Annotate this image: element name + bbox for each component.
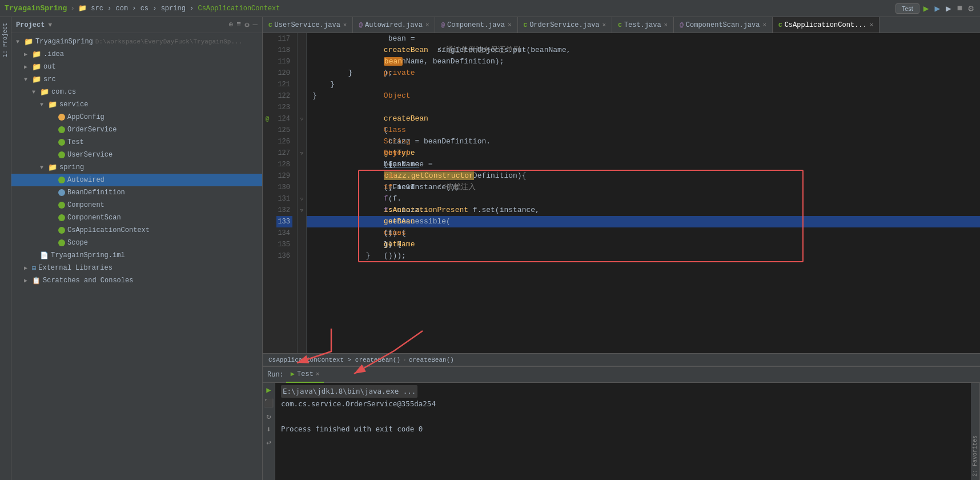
- tree-item-beandefinition[interactable]: BeanDefinition: [11, 186, 262, 199]
- sidebar-header: Project ▼ ⊕ ≡ ⚙ —: [11, 17, 262, 33]
- tab-close-icon[interactable]: ×: [343, 22, 347, 29]
- tree-item-extlibs[interactable]: ▶ ⊞ External Libraries: [11, 262, 262, 274]
- line-num-121: 121: [276, 79, 292, 90]
- fold-icon[interactable]: ▽: [300, 150, 303, 157]
- project-vtab[interactable]: 1: Project: [1, 19, 10, 61]
- tab-icon: @: [680, 22, 684, 29]
- favorites-vtab[interactable]: 2: Favorites: [971, 383, 980, 480]
- line-num-117: 117: [276, 33, 292, 45]
- fold-icon[interactable]: ▽: [300, 196, 303, 202]
- sidebar-scope-icon[interactable]: ⊕: [229, 20, 234, 30]
- fold-icon[interactable]: ▽: [300, 116, 303, 122]
- tab-componentscan[interactable]: @ ComponentScan.java ×: [674, 17, 773, 33]
- fold-cell-132[interactable]: ▽: [298, 205, 306, 216]
- tab-test[interactable]: C Test.java ×: [612, 17, 674, 33]
- gutter-cell: [263, 182, 272, 193]
- sidebar-title: Project: [16, 21, 45, 29]
- bottom-tab-test[interactable]: ▶ Test ×: [286, 367, 324, 383]
- settings-button[interactable]: ⚙: [966, 3, 975, 14]
- tree-item-spring[interactable]: ▼ 📁 spring: [11, 161, 262, 174]
- fold-cell-131[interactable]: ▽: [298, 193, 306, 205]
- tree-item-idea[interactable]: ▶ 📁 .idea: [11, 48, 262, 61]
- tree-item-iml[interactable]: 📄 TryagainSpring.iml: [11, 249, 262, 262]
- tree-item-label: Scope: [67, 239, 88, 247]
- gutter-cell: [263, 67, 272, 79]
- tab-icon: C: [618, 22, 622, 29]
- fold-cell-124[interactable]: ▽: [298, 113, 306, 125]
- tree-item-appconfig[interactable]: AppConfig: [11, 111, 262, 123]
- line-num-127: 127: [276, 147, 292, 159]
- tree-item-label: out: [43, 63, 56, 71]
- line-numbers: 117 118 119 120 121 122 123 124 125 126 …: [272, 33, 298, 353]
- tree-item-test[interactable]: Test: [11, 136, 262, 149]
- tree-item-path: D:\workspace\EveryDayFuck\TryagainSp...: [95, 38, 242, 45]
- sidebar-settings-icon[interactable]: ⚙: [244, 20, 249, 30]
- tab-close-icon[interactable]: ×: [425, 22, 429, 29]
- sidebar-layout-icon[interactable]: ≡: [236, 20, 241, 30]
- tab-userservice[interactable]: C UserService.java ×: [263, 17, 353, 33]
- tab-orderservice[interactable]: C OrderService.java ×: [518, 17, 613, 33]
- stop-button[interactable]: ■: [955, 3, 965, 14]
- tree-item-scratches[interactable]: ▶ 📋 Scratches and Consoles: [11, 274, 262, 287]
- tree-item-service[interactable]: ▼ 📁 service: [11, 98, 262, 111]
- fold-cell: [298, 239, 306, 250]
- tab-autowired[interactable]: @ Autowired.java ×: [353, 17, 435, 33]
- run-button[interactable]: ▶: [922, 3, 931, 14]
- tree-item-src[interactable]: ▼ 📁 src: [11, 73, 262, 86]
- stop-icon[interactable]: ⬛: [264, 398, 274, 408]
- rerun-icon[interactable]: ↻: [266, 411, 271, 421]
- run-icon[interactable]: ▶: [266, 385, 271, 395]
- fold-cell: [298, 136, 306, 147]
- tree-item-out[interactable]: ▶ 📁 out: [11, 61, 262, 73]
- line-num-122: 122: [276, 90, 292, 102]
- tree-item-scope[interactable]: Scope: [11, 237, 262, 249]
- bottom-tab-label: Test: [297, 370, 314, 378]
- tab-close-icon[interactable]: ×: [603, 22, 607, 29]
- tab-icon: C: [778, 22, 782, 29]
- debug-button[interactable]: ▶: [933, 3, 942, 14]
- tree-item-userservice[interactable]: UserService: [11, 149, 262, 161]
- tree-item-comcs[interactable]: ▼ 📁 com.cs: [11, 86, 262, 98]
- run-config-button[interactable]: Test: [895, 3, 919, 14]
- fold-gutter: ▽ ▽ ▽ ▽: [298, 33, 307, 353]
- tree-item-orderservice[interactable]: OrderService: [11, 123, 262, 136]
- run-label: Run:: [267, 371, 284, 379]
- run-coverage-button[interactable]: ▶: [944, 3, 953, 14]
- bottom-tabs: Run: ▶ Test ×: [263, 367, 980, 383]
- class-icon: [58, 151, 65, 158]
- tab-csappcontext[interactable]: C CsApplicationCont... ×: [773, 17, 879, 33]
- console-line-finished: Process finished with exit code 0: [281, 423, 965, 435]
- tree-item-csappcontext[interactable]: CsApplicationContext: [11, 224, 262, 237]
- code-lines-wrapper: Object bean = createBean (beanName, bean…: [307, 33, 980, 353]
- tree-item-label: UserService: [67, 151, 113, 159]
- code-line-135: }: [307, 239, 980, 250]
- tab-close-icon[interactable]: ×: [664, 22, 668, 29]
- fold-cell: [298, 67, 306, 79]
- tab-icon: @: [441, 22, 445, 29]
- fold-icon[interactable]: ▽: [300, 207, 303, 214]
- gutter-cell: [263, 45, 272, 56]
- soft-wrap-icon[interactable]: ↩: [266, 438, 271, 447]
- tab-close-icon[interactable]: ×: [762, 22, 766, 29]
- tab-icon: @: [359, 22, 363, 29]
- folder-icon: 📁: [48, 163, 57, 172]
- tab-close-icon[interactable]: ×: [870, 22, 874, 29]
- tree-item-componentscan[interactable]: ComponentScan: [11, 211, 262, 224]
- bottom-tab-close-icon[interactable]: ×: [316, 371, 320, 378]
- sidebar-dropdown-icon[interactable]: ▼: [48, 22, 52, 29]
- gutter-cell: [263, 102, 272, 113]
- sidebar-minimize-icon[interactable]: —: [253, 20, 258, 30]
- tab-close-icon[interactable]: ×: [508, 22, 512, 29]
- tree-item-autowired[interactable]: Autowired: [11, 174, 262, 186]
- fold-cell-127[interactable]: ▽: [298, 147, 306, 159]
- bottom-panel: Run: ▶ Test × ▶ ⬛ ↻ ⬇ ↩: [263, 366, 980, 480]
- tab-component[interactable]: @ Component.java ×: [435, 17, 517, 33]
- code-editor[interactable]: @: [263, 33, 980, 353]
- tree-item-component[interactable]: Component: [11, 199, 262, 211]
- tree-item-label: Scratches and Consoles: [43, 277, 133, 285]
- tree-item-root[interactable]: ▼ 📁 TryagainSpring D:\workspace\EveryDay…: [11, 35, 262, 48]
- app-logo: TryagainSpring: [5, 4, 67, 13]
- line-num-126: 126: [276, 136, 292, 147]
- scroll-end-icon[interactable]: ⬇: [266, 425, 271, 434]
- tabs-bar: C UserService.java × @ Autowired.java × …: [263, 17, 980, 33]
